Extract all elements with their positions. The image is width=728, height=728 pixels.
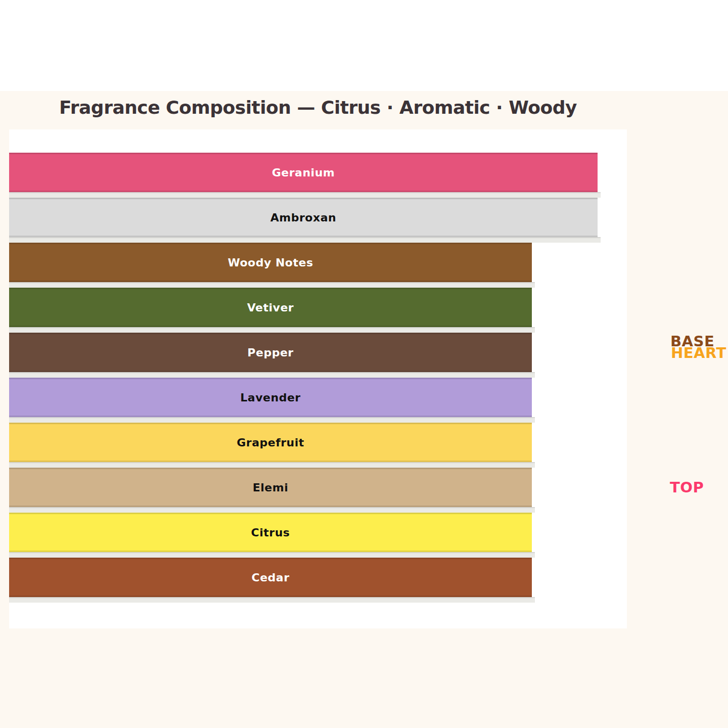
note-bar-ambroxan: Ambroxan <box>9 198 598 237</box>
row-gap-strip <box>9 327 535 333</box>
row-gap-strip <box>9 507 535 513</box>
heart-group-label: HEART <box>671 344 726 361</box>
chart-panel: GeraniumAmbroxanWoody NotesVetiverPepper… <box>9 129 627 628</box>
note-row: Pepper <box>9 333 601 378</box>
note-row: Woody Notes <box>9 243 601 288</box>
row-gap-strip <box>9 282 535 288</box>
row-gap-strip <box>9 192 601 198</box>
note-bar-lavender: Lavender <box>9 378 532 417</box>
note-row: Ambroxan <box>9 198 601 243</box>
note-row: Citrus <box>9 513 601 558</box>
row-gap-strip <box>9 372 535 378</box>
note-bar-citrus: Citrus <box>9 513 532 552</box>
top-white-band <box>0 0 728 91</box>
note-bar-elemi: Elemi <box>9 468 532 507</box>
row-gap-strip <box>9 417 535 423</box>
note-bar-label: Geranium <box>272 166 335 179</box>
note-row: Elemi <box>9 468 601 513</box>
top-group-label: TOP <box>670 479 704 496</box>
note-row: Vetiver <box>9 288 601 333</box>
note-row: Cedar <box>9 558 601 603</box>
note-bar-pepper: Pepper <box>9 333 532 372</box>
note-bar-label: Lavender <box>240 391 300 404</box>
note-bar-grapefruit: Grapefruit <box>9 423 532 462</box>
note-bar-label: Vetiver <box>247 301 294 314</box>
note-bar-label: Grapefruit <box>237 436 304 449</box>
note-bar-cedar: Cedar <box>9 558 532 597</box>
note-row: Lavender <box>9 378 601 423</box>
note-bar-label: Pepper <box>247 346 293 359</box>
note-bar-label: Woody Notes <box>228 256 313 269</box>
row-gap-strip <box>9 597 535 603</box>
row-gap-strip <box>9 552 535 558</box>
chart-title: Fragrance Composition — Citrus · Aromati… <box>0 97 636 118</box>
row-gap-strip <box>9 462 535 468</box>
note-bar-label: Cedar <box>251 571 289 584</box>
note-bar-label: Citrus <box>251 526 290 539</box>
note-bar-woody-notes: Woody Notes <box>9 243 532 282</box>
note-bar-label: Elemi <box>253 481 288 494</box>
note-row: Grapefruit <box>9 423 601 468</box>
row-gap-strip <box>9 237 601 243</box>
note-bar-vetiver: Vetiver <box>9 288 532 327</box>
note-row: Geranium <box>9 153 601 198</box>
note-bar-label: Ambroxan <box>270 211 336 224</box>
note-bars-container: GeraniumAmbroxanWoody NotesVetiverPepper… <box>9 153 601 603</box>
note-bar-geranium: Geranium <box>9 153 598 192</box>
